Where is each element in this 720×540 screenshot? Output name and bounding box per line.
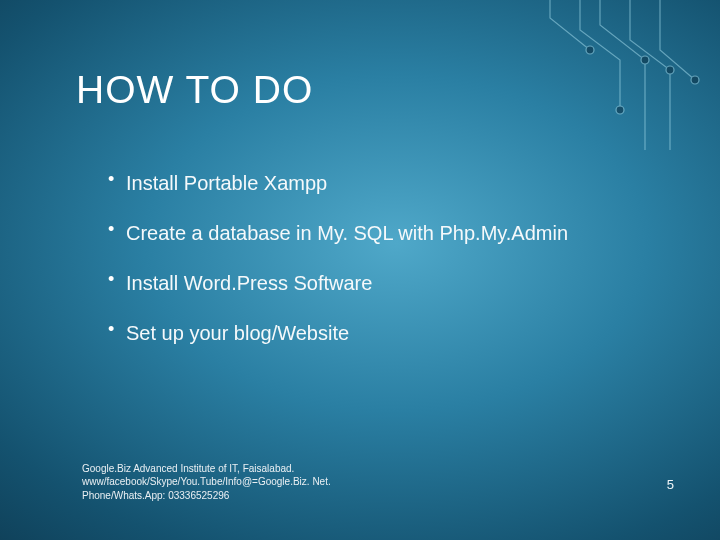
decorative-circuit — [520, 0, 720, 150]
svg-point-2 — [666, 66, 674, 74]
svg-point-3 — [586, 46, 594, 54]
svg-point-4 — [691, 76, 699, 84]
footer-line: Google.Biz Advanced Institute of IT, Fai… — [82, 462, 331, 476]
list-item: Create a database in My. SQL with Php.My… — [108, 220, 660, 246]
page-number: 5 — [667, 477, 674, 492]
bullet-list: Install Portable Xampp Create a database… — [108, 170, 660, 370]
svg-point-0 — [616, 106, 624, 114]
slide: HOW TO DO Install Portable Xampp Create … — [0, 0, 720, 540]
list-item: Install Portable Xampp — [108, 170, 660, 196]
list-item: Set up your blog/Website — [108, 320, 660, 346]
svg-point-1 — [641, 56, 649, 64]
footer-line: Phone/Whats.App: 03336525296 — [82, 489, 331, 503]
footer-line: www/facebook/Skype/You.Tube/Info@=Google… — [82, 475, 331, 489]
list-item: Install Word.Press Software — [108, 270, 660, 296]
footer-text: Google.Biz Advanced Institute of IT, Fai… — [82, 462, 331, 503]
slide-title: HOW TO DO — [76, 68, 313, 112]
